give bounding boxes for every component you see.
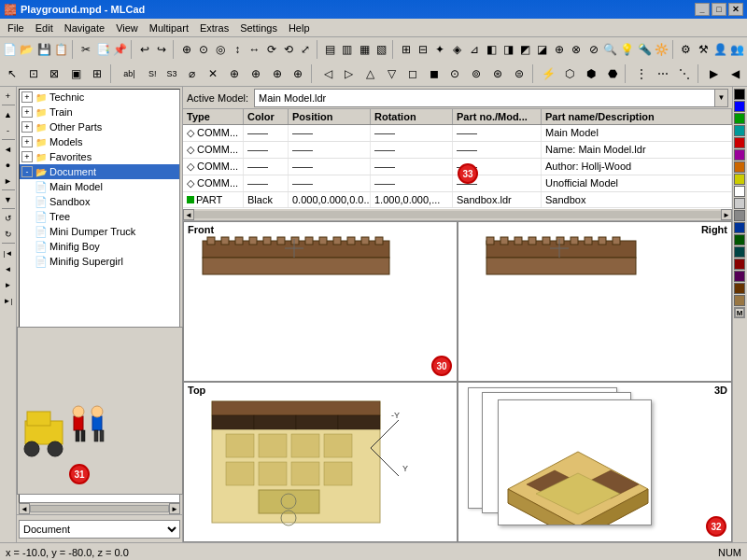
nav-rot-right[interactable]: ↻ xyxy=(1,227,16,242)
tb2-b11[interactable]: ⊕ xyxy=(224,63,245,84)
tb2-b18[interactable]: ▽ xyxy=(381,63,402,84)
tb2-b19[interactable]: ◻ xyxy=(402,63,423,84)
nav-right[interactable]: ► xyxy=(1,174,16,189)
tb2-b30[interactable]: ⋯ xyxy=(653,63,673,84)
tb-b14[interactable]: ⊟ xyxy=(416,39,431,60)
tb-b13[interactable]: ⊞ xyxy=(398,39,414,60)
scroll-left-btn[interactable]: ◄ xyxy=(19,503,30,514)
nav-zoom-in[interactable]: + xyxy=(1,89,16,104)
menu-file[interactable]: File xyxy=(2,21,30,35)
swatch-darkpurple[interactable] xyxy=(734,271,745,282)
swatch-darkblue[interactable] xyxy=(734,222,745,233)
tb-b7[interactable]: ⟲ xyxy=(280,39,296,60)
table-row[interactable]: ◇ COMM... —— —— —— —— Unofficial Model xyxy=(183,175,732,192)
table-row[interactable]: ◇ COMM... —— —— —— —— Name: Main Model.l… xyxy=(183,142,732,159)
nav-step-back[interactable]: ◄ xyxy=(1,261,16,276)
swatch-purple[interactable] xyxy=(734,149,745,161)
tb2-b23[interactable]: ⊛ xyxy=(487,63,508,84)
tb2-b25[interactable]: ⚡ xyxy=(538,63,558,84)
tb-b6[interactable]: ⟳ xyxy=(263,39,279,60)
tb-new[interactable]: 📄 xyxy=(2,39,18,60)
tb-b25[interactable]: 🔍 xyxy=(602,39,618,60)
tree-item-document[interactable]: - 📂 Document xyxy=(20,164,179,179)
tb2-b16[interactable]: ▷ xyxy=(339,63,359,84)
swatch-blue[interactable] xyxy=(734,101,745,112)
tb2-b27[interactable]: ⬢ xyxy=(581,63,601,84)
swatch-tan[interactable] xyxy=(734,295,745,306)
tb-b22[interactable]: ⊕ xyxy=(551,39,567,60)
swatch-yellow[interactable] xyxy=(734,174,745,185)
menu-view[interactable]: View xyxy=(110,21,144,35)
tb2-b6[interactable]: ab| xyxy=(117,63,143,84)
tb2-b31[interactable]: ⋱ xyxy=(674,63,695,84)
tb-b12[interactable]: ▧ xyxy=(374,39,389,60)
tb2-b21[interactable]: ⊙ xyxy=(445,63,466,84)
swatch-white[interactable] xyxy=(734,186,745,197)
tb-save[interactable]: 💾 xyxy=(35,39,51,60)
tb-b29[interactable]: ⚙ xyxy=(678,39,694,60)
tb-b2[interactable]: ⊙ xyxy=(195,39,211,60)
tb-redo[interactable]: ↪ xyxy=(153,39,169,60)
swatch-brown[interactable] xyxy=(734,283,745,294)
tb-b32[interactable]: 👥 xyxy=(729,39,745,60)
close-button[interactable]: ✕ xyxy=(728,3,743,16)
tb-b27[interactable]: 🔦 xyxy=(637,39,653,60)
tb-b9[interactable]: ▤ xyxy=(322,39,338,60)
tb2-b9[interactable]: ⌀ xyxy=(182,63,203,84)
tree-item-tree[interactable]: 📄 Tree xyxy=(20,209,179,224)
tb-b3[interactable]: ◎ xyxy=(212,39,228,60)
tb-b11[interactable]: ▦ xyxy=(357,39,373,60)
swatch-green[interactable] xyxy=(734,113,745,124)
nav-step-fwd[interactable]: ► xyxy=(1,277,16,292)
nav-up[interactable]: ▲ xyxy=(1,107,16,122)
viewport-3d[interactable]: 3D xyxy=(458,382,732,542)
tb-b21[interactable]: ◪ xyxy=(534,39,550,60)
tree-item-technic[interactable]: + 📁 Technic xyxy=(20,90,179,105)
nav-prev[interactable]: |◄ xyxy=(1,245,16,260)
menu-extras[interactable]: Extras xyxy=(194,21,234,35)
maximize-button[interactable]: □ xyxy=(712,3,726,16)
tree-item-train[interactable]: + 📁 Train xyxy=(20,105,179,119)
scroll-right-btn[interactable]: ► xyxy=(169,503,180,514)
tree-item-mini-dumper[interactable]: 📄 Mini Dumper Truck xyxy=(20,224,179,239)
swatch-red[interactable] xyxy=(734,137,745,148)
tb-b15[interactable]: ✦ xyxy=(432,39,448,60)
tb2-b7[interactable]: S! xyxy=(143,63,162,84)
nav-left[interactable]: ◄ xyxy=(1,142,16,157)
tb-b26[interactable]: 💡 xyxy=(619,39,635,60)
menu-settings[interactable]: Settings xyxy=(234,21,283,35)
tb2-b8[interactable]: S3 xyxy=(162,63,181,84)
tb-b19[interactable]: ◨ xyxy=(500,39,516,60)
tb2-b24[interactable]: ⊜ xyxy=(509,63,529,84)
viewport-right[interactable]: Right xyxy=(458,221,732,382)
tb2-b22[interactable]: ⊚ xyxy=(466,63,486,84)
viewport-front[interactable]: Front xyxy=(183,221,458,382)
models-expander[interactable]: + xyxy=(21,136,33,147)
viewport-top[interactable]: Top xyxy=(183,382,458,542)
tree-scroll-thumb[interactable] xyxy=(30,505,169,512)
table-scroll-track[interactable] xyxy=(194,211,721,218)
table-row[interactable]: ◇ COMM... —— —— —— —— Main Model xyxy=(183,125,732,142)
tb2-b26[interactable]: ⬡ xyxy=(559,63,580,84)
tb2-b13[interactable]: ⊕ xyxy=(267,63,288,84)
swatch-darkgreen[interactable] xyxy=(734,234,745,245)
tb-cut[interactable]: ✂ xyxy=(78,39,93,60)
tree-item-minifig-boy[interactable]: 📄 Minifig Boy xyxy=(20,239,179,254)
tb2-b5[interactable]: ⊞ xyxy=(87,63,107,84)
tb2-b28[interactable]: ⬣ xyxy=(602,63,623,84)
tb-b16[interactable]: ◈ xyxy=(449,39,465,60)
active-model-dropdown-btn[interactable]: ▼ xyxy=(714,90,727,106)
train-expander[interactable]: + xyxy=(21,106,33,118)
tb2-b2[interactable]: ⊡ xyxy=(23,63,44,84)
swatch-darkteal[interactable] xyxy=(734,246,745,258)
document-expander[interactable]: - xyxy=(21,166,33,177)
tb2-b3[interactable]: ⊠ xyxy=(44,63,64,84)
tb-b17[interactable]: ⊿ xyxy=(466,39,482,60)
technic-expander[interactable]: + xyxy=(21,91,33,103)
tb-b8[interactable]: ⤢ xyxy=(298,39,314,60)
tb2-b17[interactable]: △ xyxy=(360,63,381,84)
tb2-b4[interactable]: ▣ xyxy=(65,63,86,84)
palette-m-badge[interactable]: M xyxy=(734,307,745,318)
tb2-b10[interactable]: ✕ xyxy=(204,63,224,84)
tb2-b1[interactable]: ↖ xyxy=(2,63,22,84)
